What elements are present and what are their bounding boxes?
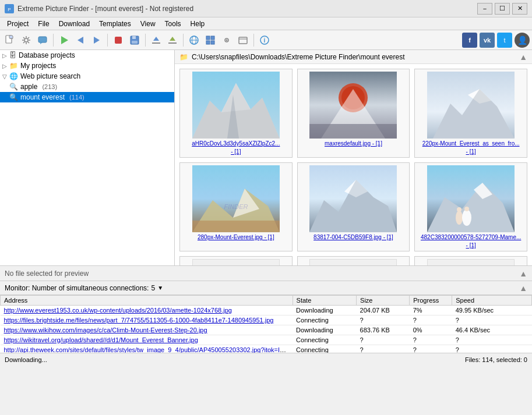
image-label-3[interactable]: 220px-Mount_Everest_as_seen_fro... bbox=[422, 140, 520, 147]
sidebar-item-my-projects[interactable]: ▷ 📁 My projects bbox=[0, 61, 174, 71]
image-label-2[interactable]: maxresdefault.jpg - [1] bbox=[325, 140, 382, 147]
image-cell-7[interactable] bbox=[179, 256, 293, 265]
cell-size: 204.07 KB bbox=[357, 306, 410, 315]
image-cell-9[interactable] bbox=[414, 256, 527, 265]
toolbar-dl1-btn[interactable] bbox=[149, 33, 164, 48]
svg-marker-6 bbox=[61, 36, 68, 44]
svg-rect-47 bbox=[192, 221, 280, 232]
menu-file[interactable]: File bbox=[33, 19, 54, 29]
svg-point-25 bbox=[226, 39, 228, 41]
image-cell-6[interactable]: 482C383200000578-5272709-Mame... - [1] bbox=[414, 162, 527, 251]
image-cell-3[interactable]: 220px-Mount_Everest_as_seen_fro... - [1] bbox=[414, 69, 527, 158]
svg-rect-9 bbox=[115, 37, 122, 44]
col-header-speed: Speed bbox=[452, 296, 532, 306]
toolbar-gear-btn[interactable] bbox=[219, 33, 234, 48]
sidebar-item-apple[interactable]: 🔍 apple (213) bbox=[0, 81, 174, 92]
cell-address: http://www.everest1953.co.uk/wp-content/… bbox=[1, 306, 293, 315]
close-button[interactable]: ✕ bbox=[512, 3, 527, 15]
vk-btn[interactable]: vk bbox=[480, 33, 495, 48]
table-row[interactable]: http://api.theweek.com/sites/default/fil… bbox=[1, 345, 532, 353]
image-label-4[interactable]: 280px-Mount-Everest.jpg - [1] bbox=[198, 234, 274, 240]
minimize-button[interactable]: − bbox=[477, 3, 492, 15]
menu-templates[interactable]: Templates bbox=[94, 19, 136, 29]
table-row[interactable]: https://wikitravel.org/upload/shared//d/… bbox=[1, 335, 532, 345]
expand-icon-2: ▷ bbox=[2, 63, 7, 69]
address-link[interactable]: https://www.wikihow.com/images/c/ca/Clim… bbox=[4, 327, 207, 334]
expand-icon-3: ▽ bbox=[2, 73, 7, 80]
cell-progress: 0% bbox=[410, 325, 452, 335]
path-expand-icon[interactable]: ▲ bbox=[519, 52, 527, 62]
address-link[interactable]: https://files.brightside.me/files/news/p… bbox=[4, 317, 274, 324]
cell-address: http://api.theweek.com/sites/default/fil… bbox=[1, 345, 293, 353]
toolbar-window-btn[interactable] bbox=[235, 33, 251, 48]
twitter-btn[interactable]: t bbox=[497, 33, 512, 48]
sidebar-item-mount-everest[interactable]: 🔍 mount everest (114) bbox=[0, 92, 174, 102]
table-row[interactable]: http://www.everest1953.co.uk/wp-content/… bbox=[1, 306, 532, 315]
sidebar-item-database-projects[interactable]: ▷ 🗄 Database projects bbox=[0, 50, 174, 61]
image-cell-1[interactable]: aHR0cDovL3d3dy5saXZlZlpZc2... - [1] bbox=[179, 69, 293, 158]
table-row[interactable]: https://www.wikihow.com/images/c/ca/Clim… bbox=[1, 325, 532, 335]
image-label-1[interactable]: aHR0cDovL3d3dy5saXZlZlpZc2... bbox=[192, 140, 280, 147]
cell-state: Connecting bbox=[293, 345, 356, 353]
image-cell-5[interactable]: 83817-004-C5DB59F8.jpg - [1] bbox=[297, 162, 410, 251]
maximize-button[interactable]: ☐ bbox=[495, 3, 510, 15]
image-grid: aHR0cDovL3d3dy5saXZlZlpZc2... - [1] maxr… bbox=[175, 64, 532, 265]
table-row[interactable]: https://files.brightside.me/files/news/p… bbox=[1, 315, 532, 325]
monitor-value: 5 bbox=[151, 284, 155, 292]
database-icon: 🗄 bbox=[9, 51, 16, 59]
status-downloading: Downloading... bbox=[5, 356, 456, 363]
status-files: Files: 114, selected: 0 bbox=[465, 356, 527, 363]
toolbar-globe-btn[interactable] bbox=[186, 33, 202, 48]
image-label-6[interactable]: 482C383200000578-5272709-Mame... bbox=[421, 234, 521, 240]
menu-project[interactable]: Project bbox=[2, 19, 33, 29]
image-cell-2[interactable]: maxresdefault.jpg - [1] bbox=[297, 69, 410, 158]
toolbar-dl2-btn[interactable] bbox=[165, 33, 180, 48]
cell-progress: ? bbox=[410, 335, 452, 345]
address-link[interactable]: http://api.theweek.com/sites/default/fil… bbox=[4, 346, 293, 353]
preview-expand-icon[interactable]: ▲ bbox=[519, 269, 527, 278]
monitor-expand-icon[interactable]: ▲ bbox=[519, 283, 527, 293]
toolbar-back-btn[interactable] bbox=[73, 33, 88, 48]
facebook-btn[interactable]: f bbox=[462, 33, 477, 48]
toolbar-play-btn[interactable] bbox=[57, 33, 72, 48]
web-picture-search-label: Web picture search bbox=[20, 72, 80, 80]
toolbar-settings-btn[interactable] bbox=[19, 33, 34, 48]
image-thumb-empty-3 bbox=[427, 259, 515, 265]
toolbar-stop-btn[interactable] bbox=[111, 33, 126, 48]
sidebar-item-web-picture-search[interactable]: ▽ 🌐 Web picture search bbox=[0, 71, 174, 81]
menu-download[interactable]: Download bbox=[54, 19, 94, 29]
image-suffix-6: - [1] bbox=[466, 242, 476, 249]
toolbar-sep-4 bbox=[183, 34, 184, 47]
address-link[interactable]: https://wikitravel.org/upload/shared//d/… bbox=[4, 336, 198, 343]
monitor-dropdown-arrow[interactable]: ▼ bbox=[157, 285, 163, 291]
app-icon: P bbox=[5, 4, 14, 13]
cell-speed: ? bbox=[452, 335, 532, 345]
menu-help[interactable]: Help bbox=[186, 19, 210, 29]
svg-marker-5 bbox=[40, 42, 43, 44]
toolbar-grid-btn[interactable] bbox=[203, 33, 218, 48]
image-label-5[interactable]: 83817-004-C5DB59F8.jpg - [1] bbox=[313, 234, 393, 240]
user-btn[interactable]: 👤 bbox=[515, 33, 530, 48]
svg-rect-13 bbox=[152, 42, 160, 44]
svg-marker-7 bbox=[77, 37, 83, 44]
cell-size: ? bbox=[357, 345, 410, 353]
image-thumb-2 bbox=[309, 72, 397, 139]
image-cell-4[interactable]: FINDER 280px-Mount-Everest.jpg - [1] bbox=[179, 162, 293, 251]
toolbar-new-btn[interactable] bbox=[2, 33, 17, 48]
svg-point-57 bbox=[462, 210, 471, 226]
menu-view[interactable]: View bbox=[136, 19, 160, 29]
cell-size: ? bbox=[357, 315, 410, 325]
cell-speed: ? bbox=[452, 345, 532, 353]
cell-size: 683.76 KB bbox=[357, 325, 410, 335]
toolbar-chat-btn[interactable] bbox=[35, 33, 50, 48]
address-link[interactable]: http://www.everest1953.co.uk/wp-content/… bbox=[4, 307, 232, 314]
search-icon-everest: 🔍 bbox=[9, 93, 18, 101]
toolbar-save-btn[interactable] bbox=[127, 33, 142, 48]
image-cell-8[interactable] bbox=[297, 256, 410, 265]
toolbar-info-btn[interactable]: i bbox=[257, 33, 272, 48]
toolbar-forward-btn[interactable] bbox=[89, 33, 104, 48]
globe-icon: 🌐 bbox=[9, 72, 18, 80]
apple-count: (213) bbox=[42, 83, 57, 90]
menu-tools[interactable]: Tools bbox=[160, 19, 186, 29]
cell-speed: ? bbox=[452, 315, 532, 325]
